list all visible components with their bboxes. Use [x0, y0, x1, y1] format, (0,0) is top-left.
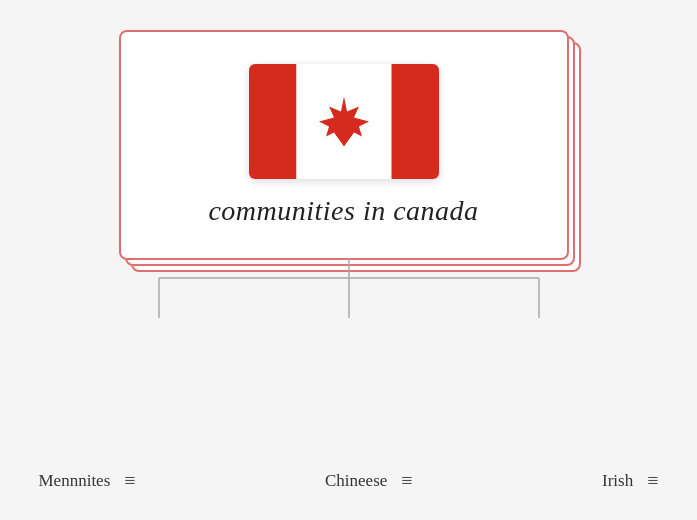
footer-chinese-menu[interactable]: ≡: [401, 469, 412, 492]
footer-mennonites: Mennnites ≡: [39, 469, 136, 492]
footer-chinese: Chineese ≡: [325, 469, 413, 492]
svg-rect-2: [391, 64, 439, 179]
card-main: communities in canada: [119, 30, 569, 260]
page-title: communities in canada: [208, 195, 478, 227]
page-container: communities in canada 😎 Mennonites 🔴 Chi…: [0, 0, 697, 520]
canada-flag: [249, 64, 439, 179]
svg-rect-0: [249, 64, 297, 179]
card-stack: communities in canada: [119, 30, 579, 290]
footer-irish-menu[interactable]: ≡: [647, 469, 658, 492]
footer-mennonites-label: Mennnites: [39, 471, 111, 491]
footer-chinese-label: Chineese: [325, 471, 387, 491]
footer-irish-label: Irish: [602, 471, 633, 491]
footer-irish: Irish ≡: [602, 469, 658, 492]
footer-mennonites-menu[interactable]: ≡: [124, 469, 135, 492]
footer-row: Mennnites ≡ Chineese ≡ Irish ≡: [39, 469, 659, 492]
